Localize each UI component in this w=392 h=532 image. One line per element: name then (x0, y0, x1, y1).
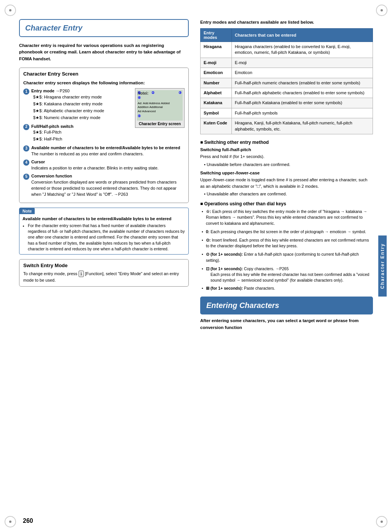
table-row: KatakanaFull-/half-pitch Katakana (enabl… (201, 98, 373, 108)
sub1-title: Switching full-/half-pitch (200, 147, 373, 152)
table-row: EmoticonEmoticon (201, 68, 373, 78)
note-title: Available number of characters to be ent… (22, 216, 185, 221)
mode-name: Number (201, 78, 232, 88)
char-entry-screen-desc: Character entry screen displays the foll… (23, 80, 185, 86)
ops-list-item: ⊞ (for 1+ seconds): Paste characters. (200, 285, 373, 292)
list-item: 2 Full/Half-pitch switch $★$: Full-Pitch… (23, 124, 132, 143)
corner-target-tr (376, 5, 387, 16)
ops-title: Operations using other than dial keys (200, 201, 373, 206)
table-header-chars: Characters that can be entered (231, 29, 373, 42)
circle-2: 2 (23, 124, 29, 130)
mode-chars: E-moji (231, 58, 373, 68)
sidebar-vertical-text: Character Entry (378, 235, 387, 297)
corner-target-br (376, 516, 387, 527)
table-row: HiraganaHiragana characters (enabled to … (201, 42, 373, 58)
circle-5: 5 (23, 174, 29, 180)
right-column: Entry modes and characters available are… (194, 19, 373, 513)
mode-chars: Full-/half-pitch Katakana (enabled to en… (231, 98, 373, 108)
table-row: AlphabetFull-/half-pitch alphabetic char… (201, 88, 373, 98)
mode-chars: Full-/half-pitch alphabetic characters (… (231, 88, 373, 98)
switch-entry-section: Switch Entry Mode To change entry mode, … (19, 259, 189, 287)
note-label: Note (19, 208, 35, 214)
corner-target-tl (5, 5, 16, 16)
sub1-note: • Unavailable before characters are conf… (200, 161, 373, 168)
sub1-text: Press and hold # (for 1+ seconds). (200, 153, 373, 160)
ops-list-item: ⊡ (for 1+ seconds): Copy characters. →P2… (200, 266, 373, 283)
entering-chars-title: Entering Characters (206, 301, 367, 310)
mode-chars: Full-/half-pitch symbols (231, 108, 373, 118)
sidebar-label: Character Entry (378, 76, 387, 456)
list-item: 5 Conversion function Conversion functio… (23, 173, 185, 198)
mode-name: E-moji (201, 58, 232, 68)
entering-chars-box: Entering Characters (200, 297, 373, 314)
list-item: 3 Available number of characters to be e… (23, 145, 185, 157)
mode-name: Kuten Code (201, 118, 232, 134)
note-bullet: For the character entry screen that has … (28, 223, 185, 252)
mode-name: Symbol (201, 108, 232, 118)
table-row: SymbolFull-/half-pitch symbols (201, 108, 373, 118)
ops-list-item: ☆: Each press of this key switches the e… (200, 209, 373, 227)
table-row: Kuten CodeHiragana, Kanji, full-pitch Ka… (201, 118, 373, 134)
char-entry-screen-heading: Character Entry Screen (23, 71, 185, 77)
table-row: NumberFull-/half-pitch numeric character… (201, 78, 373, 88)
ops-section: Operations using other than dial keys ☆:… (200, 201, 373, 292)
mode-name: Emoticon (201, 68, 232, 78)
page-number: 260 (23, 517, 33, 524)
char-entry-screen-image: Notei: ① ② ③ ④ Ad: Add Address Added Add… (135, 88, 185, 128)
mode-name: Hiragana (201, 42, 232, 58)
note-box: Note Available number of characters to b… (19, 208, 189, 255)
mode-name: Katakana (201, 98, 232, 108)
ops-list-item: ⊙ (for 1+ seconds): Enter a full-/half-p… (200, 251, 373, 264)
ops-list-item: 0: Each pressing changes the list screen… (200, 229, 373, 235)
entering-chars-text: After entering some characters, you can … (200, 318, 373, 331)
mode-chars: Hiragana characters (enabled to be conve… (231, 42, 373, 58)
char-entry-screen-section: Character Entry Screen Character entry s… (19, 68, 189, 203)
table-header-modes: Entry modes (201, 29, 232, 42)
function-key: i (79, 271, 84, 277)
modes-table: Entry modes Characters that can be enter… (200, 28, 373, 134)
left-column: Character Entry Character entry is requi… (19, 19, 194, 513)
switch-entry-heading: Switch Entry Mode (23, 263, 185, 268)
ops-list: ☆: Each press of this key switches the e… (200, 209, 373, 292)
main-content: Character Entry Character entry is requi… (19, 19, 373, 513)
circle-4: 4 (23, 160, 29, 166)
list-item: 1 Entry mode →P260 $★$: Hiragana charact… (23, 88, 132, 122)
sub2-text: Upper-/lower-case mode is toggled each t… (200, 177, 373, 189)
char-entry-box: Character Entry (19, 19, 189, 37)
sub2-note: • Unavailable after characters are confi… (200, 191, 373, 197)
circle-3: 3 (23, 145, 29, 152)
table-row: E-mojiE-moji (201, 58, 373, 68)
switch-entry-desc: To change entry mode, press i [Function]… (23, 271, 185, 284)
screen-caption: Character Entry screen (137, 122, 183, 126)
list-item: 4 Cursor Indicates a position to enter a… (23, 159, 185, 171)
char-entry-intro: Character entry is required for various … (19, 42, 189, 62)
sub2-title: Switching upper-/lower-case (200, 171, 373, 175)
ops-list-item: ⊙: Insert linefeed. Each press of this k… (200, 237, 373, 250)
circle-1: 1 (23, 89, 29, 95)
char-entry-title: Character Entry (25, 24, 183, 32)
mode-name: Alphabet (201, 88, 232, 98)
mode-chars: Full-/half-pitch numeric characters (ena… (231, 78, 373, 88)
mode-chars: Hiragana, Kanji, full-pitch Katakana, fu… (231, 118, 373, 134)
modes-intro: Entry modes and characters available are… (200, 19, 373, 25)
switching-section: Switching other entry method Switching f… (200, 140, 373, 197)
corner-target-bl (5, 516, 16, 527)
switching-title: Switching other entry method (200, 140, 373, 145)
mode-chars: Emoticon (231, 68, 373, 78)
